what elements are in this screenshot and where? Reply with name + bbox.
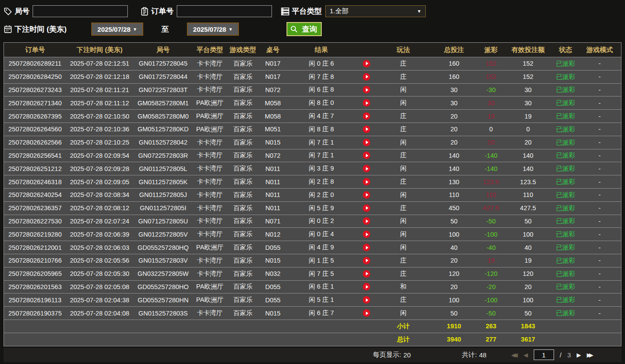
replay-video-button[interactable] bbox=[363, 257, 370, 264]
replay-video-button[interactable] bbox=[363, 296, 370, 304]
cell-valid-bet: 140 bbox=[504, 165, 552, 172]
cell-bet-time: 2025-07-28 02:06:03 bbox=[66, 244, 133, 251]
cell-result-text: 闲 2 庄 8 bbox=[286, 178, 356, 186]
cell-game-type: 百家乐 bbox=[227, 282, 259, 291]
cell-result: 闲 0 庄 4 bbox=[286, 228, 377, 241]
cell-play-type: 和 bbox=[377, 282, 430, 291]
total-count-value: 48 bbox=[479, 351, 487, 359]
replay-video-button[interactable] bbox=[363, 126, 370, 133]
replay-video-button[interactable] bbox=[363, 152, 370, 159]
date-to-picker[interactable]: 2025/07/28 ▼ bbox=[187, 22, 239, 36]
cell-game-mode: - bbox=[579, 100, 621, 107]
cell-play-type: 庄 bbox=[377, 256, 430, 265]
cell-order-number: 250728026236357 bbox=[4, 204, 66, 212]
cell-game-mode: - bbox=[579, 283, 621, 290]
last-page-icon[interactable] bbox=[587, 352, 593, 358]
cell-play-type: 庄 bbox=[377, 59, 430, 68]
page-number-input[interactable] bbox=[534, 349, 554, 360]
replay-video-button[interactable] bbox=[363, 217, 370, 225]
cell-bet-time: 2025-07-28 02:12:18 bbox=[66, 73, 133, 80]
cell-game-mode: - bbox=[579, 297, 621, 304]
cell-bet-time: 2025-07-28 02:04:08 bbox=[66, 310, 133, 317]
cell-result-text: 闲 7 庄 5 bbox=[286, 270, 356, 278]
replay-video-button[interactable] bbox=[363, 86, 370, 93]
cell-play-type: 闲 bbox=[377, 164, 430, 173]
cell-game-type: 百家乐 bbox=[227, 125, 259, 134]
replay-video-button[interactable] bbox=[363, 244, 370, 251]
replay-video-button[interactable] bbox=[363, 178, 370, 186]
cell-result: 闲 4 庄 7 bbox=[286, 110, 377, 123]
cell-game-mode: - bbox=[579, 152, 621, 159]
replay-video-button[interactable] bbox=[363, 139, 370, 146]
cell-round-number: GN0112572805L bbox=[133, 165, 193, 172]
date-from-picker[interactable]: 2025/07/28 ▼ bbox=[91, 22, 143, 36]
next-page-icon[interactable] bbox=[577, 352, 581, 358]
cell-game-mode: - bbox=[579, 60, 621, 67]
cell-result-play-wrap bbox=[356, 112, 377, 120]
cell-payout: 152 bbox=[478, 60, 504, 67]
cell-platform-type: 卡卡湾厅 bbox=[193, 191, 227, 199]
cell-status: 已派彩 bbox=[552, 151, 579, 160]
cell-result-text: 闲 0 庄 4 bbox=[286, 230, 356, 238]
round-number-input[interactable] bbox=[33, 5, 128, 17]
search-button[interactable]: 查询 bbox=[286, 22, 322, 36]
replay-video-button[interactable] bbox=[363, 270, 370, 278]
cell-play-type: 庄 bbox=[377, 151, 430, 160]
platform-type-select[interactable]: 1.全部 ▼ bbox=[325, 5, 426, 17]
replay-video-button[interactable] bbox=[363, 60, 370, 67]
cell-result-play-wrap bbox=[356, 270, 377, 278]
cell-bet-time: 2025-07-28 02:10:25 bbox=[66, 139, 133, 146]
cell-payout: 0 bbox=[478, 126, 504, 133]
header-col-mode: 游戏模式 bbox=[579, 46, 621, 54]
cell-play-type: 闲 bbox=[377, 99, 430, 107]
cell-result-play-wrap bbox=[356, 283, 377, 290]
cell-game-mode: - bbox=[579, 178, 621, 186]
replay-video-button[interactable] bbox=[363, 204, 370, 212]
cell-table-number: N015 bbox=[259, 139, 286, 146]
cell-round-number: GN0122572805V bbox=[133, 231, 193, 238]
platform-type-selected-value: 1.全部 bbox=[330, 7, 349, 15]
first-page-icon[interactable] bbox=[511, 352, 518, 358]
cell-payout: 19 bbox=[478, 113, 504, 120]
cell-platform-type: 卡卡湾厅 bbox=[193, 164, 227, 173]
page-separator: / bbox=[560, 351, 562, 359]
cell-result: 闲 0 庄 2 bbox=[286, 215, 377, 228]
cell-play-type: 庄 bbox=[377, 112, 430, 120]
cell-status: 已派彩 bbox=[552, 125, 579, 134]
cell-result-text: 闲 6 庄 7 bbox=[286, 309, 356, 317]
cell-table-number: N012 bbox=[259, 231, 286, 238]
replay-video-button[interactable] bbox=[363, 230, 370, 238]
cell-play-type: 闲 bbox=[377, 191, 430, 199]
subtotal-row-label: 小计 bbox=[377, 322, 430, 331]
cell-table-number: M051 bbox=[259, 126, 286, 133]
cell-result-text: 闲 4 庄 9 bbox=[286, 243, 356, 252]
search-icon bbox=[290, 25, 298, 33]
cell-platform-type: 卡卡湾厅 bbox=[193, 270, 227, 278]
cell-total-bet: 50 bbox=[430, 310, 478, 317]
replay-video-button[interactable] bbox=[363, 112, 370, 120]
toolbar-row-2: 下注时间 (美东) 2025/07/28 ▼ 至 2025/07/28 ▼ 查询 bbox=[4, 22, 621, 36]
replay-video-button[interactable] bbox=[363, 99, 370, 107]
replay-video-button[interactable] bbox=[363, 283, 370, 290]
header-col-result: 结果 bbox=[286, 43, 377, 57]
grand-total-row-payout: 277 bbox=[478, 336, 504, 343]
cell-result: 闲 7 庄 1 bbox=[286, 136, 377, 149]
replay-video-button[interactable] bbox=[363, 165, 370, 172]
header-col-round: 局号 bbox=[133, 46, 193, 54]
replay-video-button[interactable] bbox=[363, 309, 370, 317]
cell-result-play-wrap bbox=[356, 257, 377, 264]
table-row: 2507280262673952025-07-28 02:10:50GM0582… bbox=[4, 109, 621, 123]
date-to-label: 至 bbox=[161, 24, 169, 34]
header-col-status: 状态 bbox=[552, 46, 579, 54]
replay-video-button[interactable] bbox=[363, 191, 370, 199]
header-col-game: 游戏类型 bbox=[227, 46, 259, 54]
order-number-input[interactable] bbox=[177, 5, 272, 17]
prev-page-icon[interactable] bbox=[524, 352, 528, 358]
replay-video-button[interactable] bbox=[363, 73, 370, 81]
cell-play-type: 庄 bbox=[377, 178, 430, 186]
bet-records-table: 订单号下注时间 (美东)局号平台类型游戏类型桌号结果玩法总投注派彩有效投注额状态… bbox=[4, 42, 621, 346]
cell-status: 已派彩 bbox=[552, 282, 579, 291]
cell-platform-type: 卡卡湾厅 bbox=[193, 151, 227, 160]
cell-total-bet: 110 bbox=[430, 191, 478, 198]
cell-result-text: 闲 6 庄 8 bbox=[286, 85, 356, 94]
